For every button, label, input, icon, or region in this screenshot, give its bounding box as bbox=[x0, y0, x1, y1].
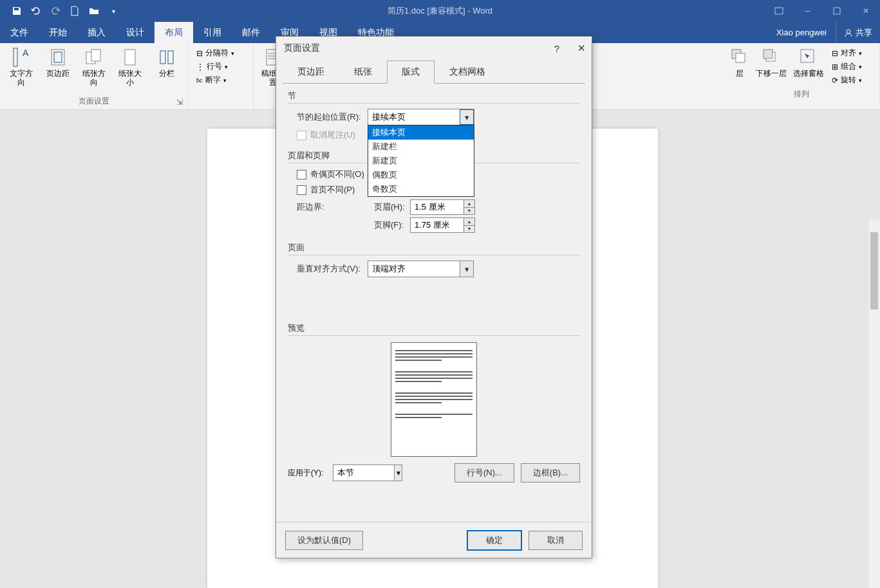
spin-down-icon[interactable]: ▼ bbox=[464, 226, 474, 233]
text-direction-button[interactable]: A文字方向 bbox=[4, 46, 39, 88]
hyphenation-button[interactable]: bc断字▾ bbox=[194, 74, 237, 86]
window-title: 简历1.doc [兼容模式] - Word bbox=[388, 5, 492, 17]
dialog-title-bar: 页面设置 ? ✕ bbox=[276, 37, 592, 60]
group-button[interactable]: ⊞组合▾ bbox=[829, 60, 865, 73]
backward-button[interactable]: 下移一层 bbox=[753, 46, 789, 79]
apply-to-combo[interactable]: ▾ bbox=[333, 464, 402, 481]
svg-rect-6 bbox=[54, 52, 62, 62]
dd-item-newpage[interactable]: 新建页 bbox=[368, 154, 474, 168]
selection-pane-button[interactable]: 选择窗格 bbox=[791, 46, 827, 79]
line-numbers-button[interactable]: ⋮行号▾ bbox=[194, 60, 237, 73]
from-edge-label: 距边界: bbox=[297, 201, 374, 213]
close-icon[interactable]: ✕ bbox=[851, 0, 880, 22]
page-setup-launcher-icon[interactable]: ⇲ bbox=[175, 98, 184, 107]
dtab-margins[interactable]: 页边距 bbox=[283, 60, 339, 84]
minimize-icon[interactable]: ─ bbox=[793, 0, 822, 22]
title-bar: ▾ 简历1.doc [兼容模式] - Word ─ ✕ bbox=[0, 0, 880, 22]
dd-item-newcolumn[interactable]: 新建栏 bbox=[368, 140, 474, 154]
tab-design[interactable]: 设计 bbox=[116, 22, 154, 43]
header-label: 页眉(H): bbox=[374, 201, 410, 213]
margins-button[interactable]: 页边距 bbox=[40, 46, 75, 79]
chevron-down-icon[interactable]: ▾ bbox=[460, 109, 474, 125]
open-icon[interactable] bbox=[89, 6, 99, 16]
dd-item-oddpage[interactable]: 奇数页 bbox=[368, 182, 474, 196]
tab-home[interactable]: 开始 bbox=[39, 22, 77, 43]
group-page-setup-label: 页面设置 bbox=[79, 96, 109, 106]
columns-button[interactable]: 分栏 bbox=[149, 46, 184, 79]
qat-customize-icon[interactable]: ▾ bbox=[108, 6, 118, 16]
ok-button[interactable]: 确定 bbox=[467, 530, 522, 551]
undo-icon[interactable] bbox=[31, 6, 41, 16]
svg-rect-19 bbox=[763, 50, 772, 59]
dtab-paper[interactable]: 纸张 bbox=[339, 60, 387, 84]
borders-button[interactable]: 边框(B)... bbox=[521, 463, 580, 482]
chevron-down-icon[interactable]: ▾ bbox=[394, 465, 402, 481]
svg-rect-0 bbox=[775, 8, 783, 14]
svg-rect-11 bbox=[168, 51, 173, 64]
cancel-button[interactable]: 取消 bbox=[529, 531, 583, 550]
preview-box bbox=[391, 342, 477, 457]
breaks-button[interactable]: ⊟分隔符▾ bbox=[194, 47, 237, 59]
svg-rect-10 bbox=[160, 51, 165, 64]
svg-rect-9 bbox=[125, 50, 135, 65]
align-button[interactable]: ⊟对齐▾ bbox=[829, 47, 865, 59]
spin-up-icon[interactable]: ▲ bbox=[464, 218, 474, 226]
dd-item-evenpage[interactable]: 偶数页 bbox=[368, 168, 474, 182]
section-start-input[interactable] bbox=[368, 109, 460, 125]
section-start-dropdown: 接续本页 新建栏 新建页 偶数页 奇数页 bbox=[368, 125, 474, 197]
rotate-button[interactable]: ⟳旋转▾ bbox=[829, 74, 865, 86]
svg-point-2 bbox=[847, 30, 850, 33]
vertical-scrollbar[interactable] bbox=[868, 219, 880, 588]
tab-references[interactable]: 引用 bbox=[193, 22, 232, 43]
dtab-layout[interactable]: 版式 bbox=[387, 60, 435, 84]
line-numbers-button[interactable]: 行号(N)... bbox=[454, 463, 514, 482]
save-icon[interactable] bbox=[12, 6, 22, 16]
valign-label: 垂直对齐方式(V): bbox=[297, 263, 368, 275]
dd-item-continuous[interactable]: 接续本页 bbox=[368, 125, 474, 140]
chevron-down-icon[interactable]: ▾ bbox=[460, 261, 473, 277]
spin-down-icon[interactable]: ▼ bbox=[464, 208, 474, 215]
redo-icon[interactable] bbox=[50, 6, 61, 16]
svg-rect-3 bbox=[14, 48, 17, 66]
tab-insert[interactable]: 插入 bbox=[77, 22, 116, 43]
tab-file[interactable]: 文件 bbox=[0, 22, 39, 43]
group-arrange-label: 排列 bbox=[727, 87, 875, 101]
svg-rect-17 bbox=[736, 53, 745, 62]
maximize-icon[interactable] bbox=[822, 0, 851, 22]
send-backward-button[interactable]: 层 bbox=[727, 46, 752, 79]
section-start-combo[interactable]: ▾ 接续本页 新建栏 新建页 偶数页 奇数页 bbox=[368, 109, 474, 125]
dialog-tabs: 页边距 纸张 版式 文档网格 bbox=[283, 60, 585, 84]
dialog-close-icon[interactable]: ✕ bbox=[575, 42, 588, 55]
footer-label: 页脚(F): bbox=[374, 219, 410, 231]
svg-rect-8 bbox=[91, 50, 100, 61]
new-doc-icon[interactable] bbox=[70, 6, 80, 16]
valign-combo[interactable]: ▾ bbox=[368, 261, 474, 277]
section-start-label: 节的起始位置(R): bbox=[297, 111, 368, 123]
ribbon-display-icon[interactable] bbox=[764, 0, 793, 22]
header-spinner[interactable]: ▲▼ bbox=[410, 199, 475, 215]
dialog-title: 页面设置 bbox=[284, 42, 320, 54]
tab-layout[interactable]: 布局 bbox=[154, 22, 193, 43]
apply-to-label: 应用于(Y): bbox=[288, 468, 333, 479]
help-icon[interactable]: ? bbox=[550, 42, 563, 55]
orientation-button[interactable]: 纸张方向 bbox=[77, 46, 111, 88]
share-label: 共享 bbox=[856, 27, 872, 39]
share-button[interactable]: 共享 bbox=[836, 22, 880, 43]
default-button[interactable]: 设为默认值(D) bbox=[285, 531, 363, 550]
svg-text:A: A bbox=[23, 48, 29, 58]
dtab-grid[interactable]: 文档网格 bbox=[435, 60, 500, 84]
page-header: 页面 bbox=[288, 242, 580, 253]
page-setup-dialog: 页面设置 ? ✕ 页边距 纸张 版式 文档网格 节 节的起始位置(R): ▾ 接… bbox=[276, 36, 592, 558]
preview-header: 预览 bbox=[288, 322, 580, 334]
svg-rect-1 bbox=[834, 8, 840, 14]
footer-spinner[interactable]: ▲▼ bbox=[410, 217, 475, 233]
tab-mailings[interactable]: 邮件 bbox=[232, 22, 270, 43]
user-name[interactable]: Xiao pengwei bbox=[767, 28, 836, 37]
section-header: 节 bbox=[288, 90, 580, 102]
size-button[interactable]: 纸张大小 bbox=[113, 46, 147, 88]
spin-up-icon[interactable]: ▲ bbox=[464, 200, 474, 208]
